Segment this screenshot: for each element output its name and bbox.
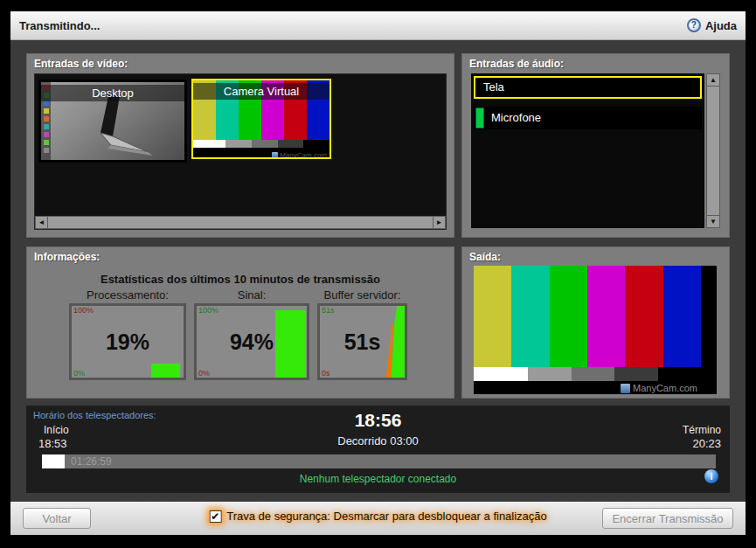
gauge-graph: 100% 0% 94% — [194, 303, 309, 380]
gauge-value: 19% — [72, 329, 184, 355]
info-panel-title: Informações: — [27, 247, 454, 263]
gray-segment — [614, 367, 657, 381]
gauge-sinal: Sinal: 100% 0% 94% — [194, 288, 309, 380]
color-bar — [663, 266, 701, 367]
output-panel: Saída: — [461, 246, 730, 399]
screen: { "window": { "title": "Transmitindo..."… — [0, 0, 756, 548]
gauge-bar — [151, 364, 180, 378]
safety-label: Trava de segurança: Desmarcar para desbl… — [226, 510, 547, 523]
output-panel-title: Saída: — [462, 247, 729, 263]
back-button[interactable]: Voltar — [23, 508, 91, 529]
gray-segment — [193, 140, 225, 148]
manycam-icon — [272, 152, 278, 158]
output-watermark: ManyCam.com — [621, 383, 697, 393]
video-inputs-area: Desktop — [34, 73, 447, 230]
gray-segment — [225, 140, 252, 148]
camera-watermark: ManyCam.com — [272, 151, 327, 159]
video-thumbnails-strip: Desktop — [35, 74, 446, 216]
current-time: 18:56 — [26, 410, 730, 431]
audio-inputs-panel: Entradas de áudio: Tela Microfone ▲ ▼ — [461, 53, 730, 238]
help-label: Ajuda — [705, 19, 737, 32]
audio-input-microfone[interactable]: Microfone — [474, 107, 702, 129]
broadcast-dialog: Transmitindo... ? Ajuda Entradas de víde… — [10, 11, 746, 535]
video-inputs-title: Entradas de vídeo: — [27, 54, 454, 70]
viewers-status: Nenhum telespectador conectado — [26, 473, 730, 485]
elapsed-time: Decorrido 03:00 — [26, 434, 730, 447]
audio-inputs-title: Entradas de áudio: — [462, 54, 729, 70]
gauge-min-label: 0% — [73, 369, 85, 378]
gauge-max-label: 100% — [73, 306, 94, 315]
scroll-down-icon[interactable]: ▼ — [706, 215, 720, 228]
broadcast-progress-bar: 01:26:59 — [42, 454, 716, 468]
scroll-up-icon[interactable]: ▲ — [706, 73, 720, 87]
progress-elapsed-chunk — [42, 454, 65, 468]
footer-bar: Voltar ✔ Trava de segurança: Desmarcar p… — [10, 502, 746, 535]
gauge-min-label: 0% — [198, 369, 210, 378]
gray-segment — [278, 140, 304, 148]
stats-heading: Estatísticas dos últimos 10 minutos de t… — [27, 273, 454, 286]
main-area: Entradas de vídeo: — [10, 40, 746, 502]
scroll-right-icon[interactable]: ► — [433, 216, 446, 229]
manycam-icon — [621, 384, 630, 393]
end-label: Término — [683, 424, 721, 436]
vertical-scroll-thumb[interactable] — [706, 87, 720, 215]
video-input-desktop[interactable]: Desktop — [38, 80, 187, 163]
horizontal-scroll-thumb[interactable] — [48, 216, 433, 229]
gauge-buffer-servidor: Buffer servidor: 51s 0s 51s — [317, 288, 407, 380]
gray-segment — [528, 367, 571, 381]
safety-lock-group: ✔ Trava de segurança: Desmarcar para des… — [209, 510, 547, 523]
safety-checkbox[interactable]: ✔ — [209, 510, 221, 523]
gray-segment — [303, 140, 329, 148]
output-color-bars — [474, 266, 701, 367]
audio-input-label: Microfone — [491, 111, 541, 124]
video-horizontal-scrollbar[interactable]: ◄ ► — [35, 216, 446, 229]
audio-input-label: Tela — [483, 80, 504, 94]
help-icon: ? — [687, 18, 701, 32]
output-video: ManyCam.com — [474, 266, 717, 394]
gauge-processamento: Processamento: 100% 0% 19% — [69, 288, 186, 380]
video-inputs-panel: Entradas de vídeo: — [26, 53, 454, 238]
remaining-time: 01:26:59 — [71, 454, 112, 468]
end-broadcast-button[interactable]: Encerrar Transmissão — [602, 508, 733, 529]
output-video-content: ManyCam.com — [474, 266, 701, 394]
output-gray-strip — [474, 367, 701, 381]
video-input-label: Camera Virtual — [193, 83, 329, 100]
color-bar — [550, 266, 587, 367]
output-letterbox: ManyCam.com — [474, 381, 701, 394]
video-input-label: Desktop — [41, 85, 184, 101]
camera-gray-strip — [193, 140, 329, 148]
status-bar: Horário dos telespectadores: Início 18:5… — [26, 406, 730, 493]
info-panel: Informações: Estatísticas dos últimos 10… — [26, 246, 454, 399]
gray-segment — [572, 367, 614, 381]
color-bar — [511, 266, 549, 367]
vu-meter — [475, 108, 484, 128]
help-button[interactable]: ? Ajuda — [687, 18, 737, 32]
audio-vertical-scrollbar[interactable]: ▲ ▼ — [706, 73, 720, 228]
camera-letterbox: ManyCam.com — [193, 148, 329, 159]
scroll-left-icon[interactable]: ◄ — [35, 216, 48, 229]
end-time: 20:23 — [692, 437, 721, 450]
gauge-max-label: 100% — [198, 306, 218, 315]
laptop-wallpaper — [50, 91, 181, 161]
audio-inputs-list: Tela Microfone — [471, 73, 704, 228]
gauge-graph: 51s 0s 51s — [317, 303, 407, 380]
buffer-curve — [320, 306, 405, 378]
gauge-row: Processamento: 100% 0% 19% Sinal: 100% 0… — [69, 288, 454, 380]
gauge-graph: 100% 0% 19% — [69, 303, 186, 380]
window-title: Transmitindo... — [19, 19, 100, 32]
color-bar — [474, 266, 511, 367]
gray-segment — [658, 367, 701, 381]
gray-segment — [252, 140, 278, 148]
audio-input-tela[interactable]: Tela — [474, 76, 702, 99]
gauge-bar — [275, 310, 306, 378]
title-bar: Transmitindo... ? Ajuda — [10, 11, 746, 40]
video-input-camera-virtual[interactable]: ManyCam.com Camera Virtual — [191, 79, 331, 159]
info-icon[interactable]: i — [704, 469, 718, 483]
color-bar — [625, 266, 662, 367]
gray-segment — [474, 367, 528, 381]
color-bar — [587, 266, 625, 367]
